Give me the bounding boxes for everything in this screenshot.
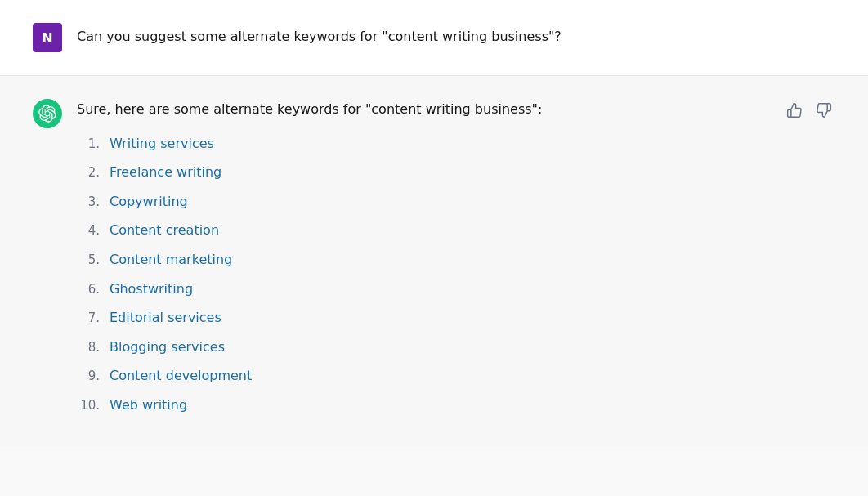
thumbs-down-icon	[816, 102, 832, 118]
list-item: 6.Ghostwriting	[77, 279, 835, 300]
list-item: 3.Copywriting	[77, 191, 835, 212]
list-item: 10.Web writing	[77, 395, 835, 416]
list-item-number: 8.	[77, 337, 100, 357]
list-item-number: 3.	[77, 192, 100, 212]
list-item-number: 5.	[77, 250, 100, 270]
list-item-text: Web writing	[110, 395, 187, 416]
user-avatar: N	[33, 23, 62, 52]
ai-message: Sure, here are some alternate keywords f…	[0, 76, 868, 447]
list-item-text: Content creation	[110, 220, 219, 241]
list-item-text: Ghostwriting	[110, 279, 193, 300]
list-item-number: 6.	[77, 279, 100, 299]
list-item-number: 9.	[77, 366, 100, 386]
ai-intro-text: Sure, here are some alternate keywords f…	[77, 99, 835, 120]
list-item-text: Content marketing	[110, 249, 232, 270]
list-item: 4.Content creation	[77, 220, 835, 241]
list-item: 2.Freelance writing	[77, 162, 835, 183]
list-item-number: 7.	[77, 308, 100, 328]
keyword-list: 1.Writing services2.Freelance writing3.C…	[77, 133, 835, 416]
user-message: N Can you suggest some alternate keyword…	[0, 0, 868, 76]
list-item: 5.Content marketing	[77, 249, 835, 270]
list-item-number: 10.	[77, 395, 100, 415]
user-avatar-letter: N	[42, 30, 52, 46]
list-item-text: Content development	[110, 365, 252, 387]
list-item-text: Copywriting	[110, 191, 188, 212]
thumbs-up-icon	[786, 102, 803, 118]
list-item: 9.Content development	[77, 365, 835, 387]
thumbs-down-button[interactable]	[812, 99, 835, 122]
list-item-text: Writing services	[110, 133, 214, 154]
feedback-buttons	[783, 99, 835, 122]
chatgpt-logo-icon	[38, 105, 56, 123]
list-item-text: Editorial services	[110, 307, 221, 328]
ai-content: Sure, here are some alternate keywords f…	[77, 99, 835, 424]
user-message-text: Can you suggest some alternate keywords …	[77, 23, 562, 47]
list-item-number: 1.	[77, 134, 100, 154]
chat-container: N Can you suggest some alternate keyword…	[0, 0, 868, 447]
list-item-text: Freelance writing	[110, 162, 221, 183]
list-item: 7.Editorial services	[77, 307, 835, 328]
thumbs-up-button[interactable]	[783, 99, 806, 122]
list-item: 1.Writing services	[77, 133, 835, 154]
list-item-number: 2.	[77, 163, 100, 182]
list-item-text: Blogging services	[110, 337, 225, 358]
list-item-number: 4.	[77, 221, 100, 240]
list-item: 8.Blogging services	[77, 337, 835, 358]
ai-avatar	[33, 99, 62, 128]
